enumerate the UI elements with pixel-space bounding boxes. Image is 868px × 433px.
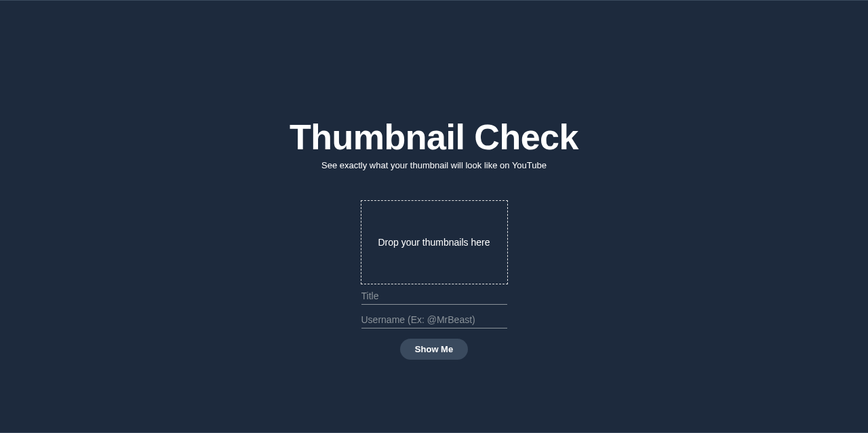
page-subtitle: See exactly what your thumbnail will loo… [321,160,547,170]
username-input[interactable] [361,312,507,328]
page-title: Thumbnail Check [290,119,578,155]
dropzone-label: Drop your thumbnails here [378,237,490,248]
title-input[interactable] [361,288,507,305]
thumbnail-dropzone[interactable]: Drop your thumbnails here [361,200,508,284]
main-container: Thumbnail Check See exactly what your th… [0,1,868,432]
show-me-button[interactable]: Show Me [400,339,468,360]
